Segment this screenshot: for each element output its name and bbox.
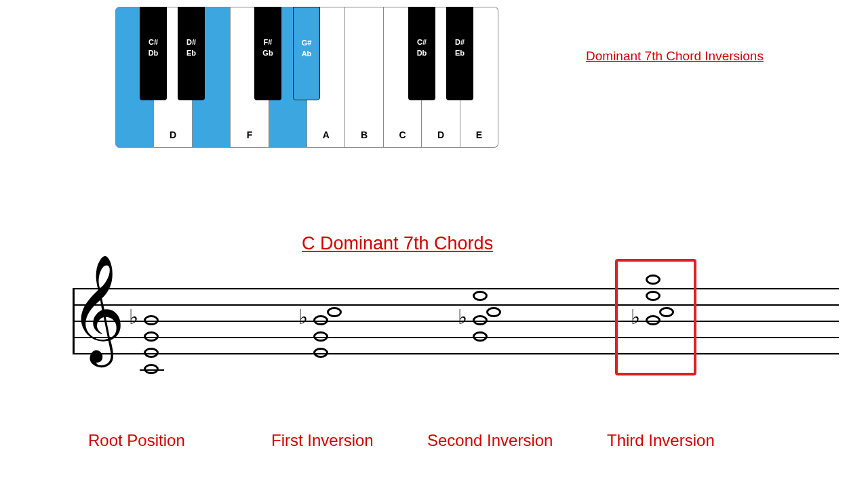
white-key: E	[460, 7, 498, 148]
white-key	[193, 7, 231, 148]
piano-keyboard: DFABCDE C#DbD#EbF#GbG#AbC#DbD#Eb	[115, 7, 498, 148]
note	[313, 315, 328, 325]
note	[327, 307, 342, 317]
flat-accidental-icon: ♭	[298, 307, 308, 327]
note	[313, 331, 328, 342]
white-keys-row: DFABCDE	[115, 7, 498, 148]
chord-1: ♭	[300, 288, 368, 369]
note	[144, 315, 159, 325]
note	[473, 315, 488, 325]
white-key-label: C	[399, 129, 406, 140]
white-key-label: F	[247, 129, 253, 140]
inversion-label: Root Position	[88, 431, 185, 450]
music-staff: 𝄞 ♭♭♭♭	[73, 288, 839, 353]
white-key-label: D	[170, 129, 176, 140]
note	[473, 331, 488, 342]
white-key: C	[384, 7, 422, 148]
white-key-label: E	[476, 129, 482, 140]
ledger-line	[140, 369, 164, 371]
inversion-label: Third Inversion	[607, 431, 715, 450]
white-key-label: B	[361, 129, 368, 140]
treble-clef-icon: 𝄞	[70, 262, 125, 356]
white-key-label: D	[437, 129, 444, 140]
note	[486, 307, 501, 317]
white-key	[115, 7, 154, 148]
highlight-box	[615, 259, 696, 375]
inversion-label: Second Inversion	[427, 431, 553, 450]
chord-2: ♭	[459, 288, 527, 369]
white-key: A	[307, 7, 345, 148]
note	[313, 348, 328, 358]
note	[144, 331, 159, 342]
white-key: F	[231, 7, 269, 148]
staff-title: C Dominant 7th Chords	[302, 233, 493, 254]
white-key-label: A	[323, 129, 330, 140]
note	[144, 348, 159, 358]
white-key: D	[422, 7, 460, 148]
white-key: B	[345, 7, 383, 148]
page-subtitle-link[interactable]: Dominant 7th Chord Inversions	[586, 49, 764, 64]
flat-accidental-icon: ♭	[458, 307, 467, 327]
inversion-label: First Inversion	[271, 431, 374, 450]
note	[473, 291, 488, 301]
white-key	[269, 7, 307, 148]
flat-accidental-icon: ♭	[129, 307, 138, 327]
white-key: D	[154, 7, 192, 148]
chord-0: ♭	[130, 288, 198, 369]
